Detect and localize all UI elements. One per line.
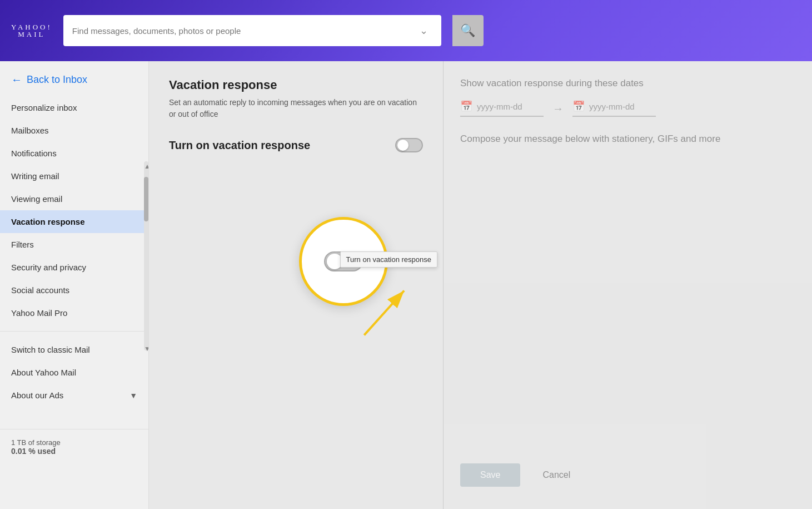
- scroll-up-icon[interactable]: ▲: [144, 161, 148, 171]
- search-bar: ⌄: [63, 15, 441, 46]
- logo-subtext: MAIL: [11, 31, 52, 38]
- scroll-thumb[interactable]: [144, 177, 148, 221]
- chevron-down-small-icon: ▼: [129, 391, 137, 400]
- sidebar-scroll: ← Back to Inbox Personalize inbox Mailbo…: [0, 61, 148, 509]
- tooltip: Turn on vacation response: [340, 251, 437, 268]
- content-area: Vacation response Set an automatic reply…: [149, 61, 812, 509]
- search-icon: 🔍: [460, 23, 475, 38]
- footer-buttons: Save Cancel: [460, 463, 581, 487]
- date-to-input[interactable]: [589, 102, 656, 111]
- nav-item-about-ads[interactable]: About our Ads ▼: [0, 384, 148, 407]
- right-panel: Show vacation response during these date…: [444, 61, 812, 509]
- yahoo-logo: YAHOO! MAIL: [11, 23, 52, 38]
- date-row: 📅 → 📅: [460, 100, 795, 117]
- toggle-knob: [397, 140, 409, 151]
- nav-item-mailboxes[interactable]: Mailboxes: [0, 119, 148, 142]
- nav-item-personalize-inbox[interactable]: Personalize inbox: [0, 96, 148, 119]
- main-layout: ← Back to Inbox Personalize inbox Mailbo…: [0, 61, 812, 509]
- about-ads-label: About our Ads: [11, 391, 63, 400]
- toggle-label: Turn on vacation response: [169, 139, 310, 152]
- sidebar: ← Back to Inbox Personalize inbox Mailbo…: [0, 61, 149, 509]
- nav-item-vacation-response[interactable]: Vacation response: [0, 210, 148, 233]
- nav-item-yahoo-mail-pro[interactable]: Yahoo Mail Pro: [0, 302, 148, 324]
- compose-title: Compose your message below with statione…: [460, 134, 795, 145]
- nav-item-viewing-email[interactable]: Viewing email: [0, 187, 148, 210]
- cancel-button[interactable]: Cancel: [531, 463, 581, 487]
- scroll-down-icon[interactable]: ▼: [144, 344, 148, 354]
- back-to-inbox-label: Back to Inbox: [27, 74, 87, 86]
- date-from-field: 📅: [460, 100, 544, 117]
- svg-line-1: [364, 290, 404, 335]
- sidebar-divider: [0, 331, 148, 332]
- nav-item-about-yahoo[interactable]: About Yahoo Mail: [0, 361, 148, 384]
- nav-item-filters[interactable]: Filters: [0, 233, 148, 256]
- date-section-title: Show vacation response during these date…: [460, 78, 795, 89]
- header: YAHOO! MAIL ⌄ 🔍: [0, 0, 812, 61]
- calendar-from-icon: 📅: [460, 100, 472, 112]
- nav-item-switch-classic[interactable]: Switch to classic Mail: [0, 338, 148, 361]
- nav-item-security-privacy[interactable]: Security and privacy: [0, 256, 148, 279]
- nav-item-writing-email[interactable]: Writing email: [0, 165, 148, 187]
- section-description: Set an automatic reply to incoming messa…: [169, 97, 423, 120]
- storage-used: 0.01 % used: [11, 447, 137, 456]
- date-arrow-icon: →: [552, 102, 564, 115]
- arrow-svg: [149, 61, 443, 509]
- chevron-down-icon[interactable]: ⌄: [415, 24, 432, 37]
- nav-item-notifications[interactable]: Notifications: [0, 142, 148, 165]
- vacation-toggle[interactable]: [395, 138, 423, 152]
- nav-item-social-accounts[interactable]: Social accounts: [0, 279, 148, 302]
- search-button[interactable]: 🔍: [452, 15, 484, 46]
- back-to-inbox-link[interactable]: ← Back to Inbox: [0, 61, 148, 96]
- calendar-to-icon: 📅: [572, 100, 585, 112]
- section-title: Vacation response: [169, 78, 423, 92]
- date-from-input[interactable]: [477, 102, 544, 111]
- back-arrow-icon: ←: [11, 73, 22, 86]
- left-panel: Vacation response Set an automatic reply…: [149, 61, 444, 509]
- storage-label: 1 TB of storage: [11, 438, 137, 447]
- date-to-field: 📅: [572, 100, 656, 117]
- toggle-row: Turn on vacation response: [169, 138, 423, 152]
- save-button[interactable]: Save: [460, 463, 520, 487]
- sidebar-footer: 1 TB of storage 0.01 % used: [0, 429, 148, 464]
- sidebar-scrollbar[interactable]: ▲ ▼: [144, 161, 148, 350]
- search-input[interactable]: [72, 26, 415, 36]
